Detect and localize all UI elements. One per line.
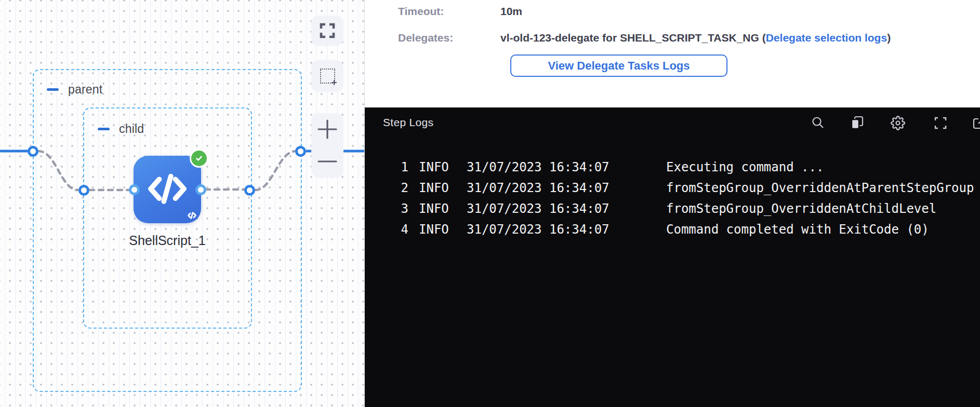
port-parent-in[interactable] xyxy=(28,146,38,157)
port-parent-out[interactable] xyxy=(295,146,306,157)
log-message: Executing command ... xyxy=(666,157,980,178)
port-node-out[interactable] xyxy=(195,184,206,195)
log-line-number: 2 xyxy=(365,178,408,198)
step-node-label: ShellScript_1 xyxy=(100,233,235,248)
delegate-selection-logs-link[interactable]: Delegate selection logs xyxy=(766,32,887,44)
expand-icon[interactable] xyxy=(933,116,948,130)
marquee-select-icon xyxy=(320,69,335,84)
step-logs-console: Step Logs xyxy=(365,107,980,407)
log-timestamp: 31/07/2023 16:34:07 xyxy=(467,157,666,178)
canvas-fullscreen-button[interactable] xyxy=(311,16,343,46)
execution-view: parent child xyxy=(0,0,980,407)
log-line: 4 INFO 31/07/2023 16:34:07 Command compl… xyxy=(365,219,980,240)
zoom-in-button[interactable] xyxy=(311,113,343,145)
timeout-value: 10m xyxy=(500,5,522,18)
view-delegate-tasks-logs-button[interactable]: View Delegate Tasks Logs xyxy=(510,55,727,77)
delegates-label: Delegates: xyxy=(398,32,453,44)
step-group-name: parent xyxy=(68,83,102,97)
collapse-icon[interactable] xyxy=(47,88,59,91)
delegates-value-text: ) xyxy=(887,32,891,44)
step-logs-title: Step Logs xyxy=(383,116,433,129)
zoom-out-button[interactable] xyxy=(311,145,343,178)
port-node-in[interactable] xyxy=(129,184,140,195)
step-details: Timeout: 10m Delegates: vl-old-123-deleg… xyxy=(365,0,980,107)
zoom-out-icon xyxy=(317,151,338,172)
step-group-parent-header[interactable]: parent xyxy=(47,83,301,97)
log-line-number: 3 xyxy=(365,198,408,219)
search-icon[interactable] xyxy=(811,116,825,129)
log-message: fromStepGroup_OverriddenAtChildLevel xyxy=(666,198,980,219)
zoom-control xyxy=(311,113,343,178)
port-child-out[interactable] xyxy=(244,185,255,196)
code-mini-icon xyxy=(188,212,196,219)
port-child-in[interactable] xyxy=(78,185,89,196)
log-level: INFO xyxy=(419,178,467,198)
log-level: INFO xyxy=(419,219,467,240)
collapse-icon[interactable] xyxy=(98,128,110,130)
log-line: 3 INFO 31/07/2023 16:34:07 fromStepGroup… xyxy=(365,198,980,219)
gear-icon[interactable] xyxy=(891,116,905,130)
log-message: fromStepGroup_OverriddenAtParentStepGrou… xyxy=(666,178,980,198)
zoom-in-icon xyxy=(317,119,338,140)
step-details-panel: Timeout: 10m Delegates: vl-old-123-deleg… xyxy=(365,0,980,407)
timeout-label: Timeout: xyxy=(398,5,444,18)
log-line-number: 1 xyxy=(365,157,408,178)
step-node-shellscript[interactable] xyxy=(134,156,201,223)
log-lines[interactable]: 1 INFO 31/07/2023 16:34:07 Executing com… xyxy=(365,139,980,240)
log-timestamp: 31/07/2023 16:34:07 xyxy=(467,219,666,240)
copy-icon[interactable] xyxy=(850,116,865,130)
marquee-select-button[interactable] xyxy=(311,60,343,92)
log-level: INFO xyxy=(419,157,467,178)
log-line-number: 4 xyxy=(365,219,408,240)
step-group-name: child xyxy=(119,122,144,136)
log-line: 1 INFO 31/07/2023 16:34:07 Executing com… xyxy=(365,157,980,178)
pipeline-canvas[interactable]: parent child xyxy=(0,0,364,407)
delegates-value: vl-old-123-delegate for SHELL_SCRIPT_TAS… xyxy=(500,32,891,44)
external-link-icon[interactable] xyxy=(972,116,980,130)
log-timestamp: 31/07/2023 16:34:07 xyxy=(467,198,666,219)
log-timestamp: 31/07/2023 16:34:07 xyxy=(467,178,666,198)
delegates-value-text: vl-old-123-delegate for SHELL_SCRIPT_TAS… xyxy=(500,32,766,44)
log-level: INFO xyxy=(419,198,467,219)
step-logs-header: Step Logs xyxy=(365,107,980,139)
success-check-icon xyxy=(190,149,208,168)
code-icon xyxy=(147,173,188,205)
fullscreen-icon xyxy=(320,23,335,38)
log-line: 2 INFO 31/07/2023 16:34:07 fromStepGroup… xyxy=(365,178,980,198)
log-message: Command completed with ExitCode (0) xyxy=(666,219,980,240)
step-group-child-header[interactable]: child xyxy=(98,122,251,136)
